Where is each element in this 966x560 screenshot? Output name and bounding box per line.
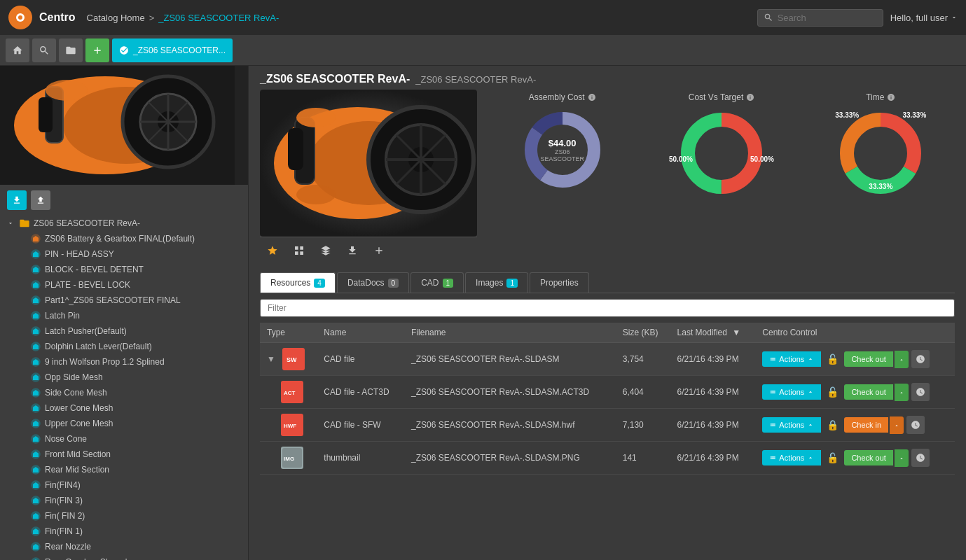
tree-item[interactable]: PLATE - BEVEL LOCK bbox=[6, 277, 242, 293]
download-icon bbox=[12, 195, 22, 205]
tab-bar: _ZS06 SEASCOOTER... bbox=[0, 35, 966, 66]
tree-toggle-18 bbox=[17, 511, 27, 521]
actions-up-icon-2 bbox=[807, 388, 814, 396]
file-badge-sw: SW bbox=[282, 348, 305, 370]
tree-toggle-root[interactable] bbox=[6, 218, 15, 228]
model-download-btn[interactable] bbox=[340, 240, 365, 261]
tab-properties[interactable]: Properties bbox=[530, 272, 589, 293]
tab-images[interactable]: Images 1 bbox=[465, 272, 528, 293]
time-info-icon[interactable] bbox=[887, 93, 895, 102]
tree-item[interactable]: BLOCK - BEVEL DETENT bbox=[6, 262, 242, 277]
search-box[interactable] bbox=[757, 9, 883, 27]
user-info: Hello, full user bbox=[890, 13, 958, 23]
tree-item[interactable]: Fin(FIN 1) bbox=[6, 524, 242, 539]
col-modified[interactable]: Last Modified ▼ bbox=[670, 323, 756, 343]
tab-datadocs[interactable]: DataDocs 0 bbox=[337, 272, 409, 293]
time-pct-top-right: 33.33% bbox=[902, 111, 926, 119]
search-tab-btn[interactable] bbox=[32, 38, 56, 62]
row1-clock-btn[interactable] bbox=[911, 350, 930, 368]
row3-clock-btn[interactable] bbox=[906, 416, 925, 434]
tree-toggle-14 bbox=[17, 449, 27, 459]
tree-item[interactable]: Upper Cone Mesh bbox=[6, 416, 242, 431]
row1-actions-btn[interactable]: Actions bbox=[762, 351, 821, 367]
row1-checkout-drop[interactable] bbox=[895, 351, 909, 368]
model-grid-btn[interactable] bbox=[287, 240, 312, 261]
tree-item[interactable]: Rear Gearbox Shroud bbox=[6, 554, 242, 560]
part-name: _ZS06 SEASCOOTER RevA- bbox=[260, 73, 410, 85]
app-logo[interactable] bbox=[8, 6, 32, 29]
tree-item[interactable]: Latch Pin bbox=[6, 308, 242, 323]
tab-resources[interactable]: Resources 4 bbox=[260, 272, 336, 293]
row4-filename: _ZS06 SEASCOOTER RevA-.SLDASM.PNG bbox=[404, 442, 616, 475]
tree-item[interactable]: PIN - HEAD ASSY bbox=[6, 246, 242, 262]
part-icon-5 bbox=[29, 309, 42, 322]
row4-actions-btn[interactable]: Actions bbox=[762, 450, 821, 465]
tree-item[interactable]: Fin( FIN 2) bbox=[6, 508, 242, 524]
tab-cad[interactable]: CAD 1 bbox=[410, 272, 464, 293]
tree-item[interactable]: Fin(FIN4) bbox=[6, 477, 242, 493]
model-3d-btn[interactable] bbox=[313, 240, 338, 261]
model-add-btn[interactable] bbox=[366, 240, 392, 261]
tree-item[interactable]: ZS06 Battery & Gearbox FINAL(Default) bbox=[6, 231, 242, 246]
tree-item[interactable]: Opp Side Mesh bbox=[6, 370, 242, 385]
row2-checkout-drop[interactable] bbox=[895, 384, 909, 401]
row2-clock-btn[interactable] bbox=[911, 383, 930, 401]
tree-item[interactable]: Front Mid Section bbox=[6, 447, 242, 462]
svg-rect-26 bbox=[288, 128, 303, 170]
row2-actions-btn[interactable]: Actions bbox=[762, 384, 821, 400]
col-name: Name bbox=[317, 323, 404, 343]
row1-checkout-btn[interactable]: Check out bbox=[844, 351, 893, 367]
tree-item[interactable]: Latch Pusher(Default) bbox=[6, 323, 242, 339]
right-panel: _ZS06 SEASCOOTER RevA- _ZS06 SEASCOOTER … bbox=[249, 66, 966, 560]
resources-badge: 4 bbox=[314, 279, 325, 288]
tree-item[interactable]: Rear Mid Section bbox=[6, 462, 242, 477]
add-tab-btn[interactable] bbox=[85, 38, 109, 62]
cost-vs-target-svg bbox=[676, 108, 767, 199]
tree-item-label-6: Latch Pusher(Default) bbox=[45, 326, 127, 336]
active-tab[interactable]: _ZS06 SEASCOOTER... bbox=[112, 38, 233, 62]
assembly-cost-info-icon[interactable] bbox=[588, 93, 596, 102]
root-folder-icon bbox=[18, 217, 31, 230]
row3-checkin-btn[interactable]: Check in bbox=[844, 417, 888, 433]
tree-item[interactable]: Lower Cone Mesh bbox=[6, 400, 242, 416]
row3-checkin-drop[interactable] bbox=[890, 416, 904, 434]
tree-item[interactable]: 9 inch Wolfson Prop 1.2 Splined bbox=[6, 354, 242, 370]
model-star-btn[interactable] bbox=[260, 240, 285, 261]
search-input[interactable] bbox=[778, 13, 876, 23]
user-dropdown-icon[interactable] bbox=[951, 14, 958, 21]
tree-item[interactable]: Part1^_ZS06 SEASCOOTER FINAL bbox=[6, 293, 242, 308]
tree-item[interactable]: Rear Nozzle bbox=[6, 539, 242, 554]
folder-tab-btn[interactable] bbox=[59, 38, 83, 62]
svg-point-14 bbox=[46, 80, 88, 101]
tree-toggle-20 bbox=[17, 542, 27, 552]
tree-item-label-11: Lower Cone Mesh bbox=[45, 403, 113, 413]
tree-container: ZS06 SEASCOOTER RevA- ZS06 Battery & Gea… bbox=[0, 216, 248, 560]
row1-type: ▼ SW bbox=[260, 343, 317, 376]
home-tab-btn[interactable] bbox=[6, 38, 29, 62]
file-badge-act: ACT bbox=[281, 381, 303, 403]
model-toolbar bbox=[260, 237, 477, 264]
tree-item[interactable]: Nose Cone bbox=[6, 431, 242, 447]
breadcrumb-home[interactable]: Catalog Home bbox=[87, 13, 145, 23]
part-icon-2 bbox=[29, 263, 42, 276]
row4-checkout-drop[interactable] bbox=[895, 449, 909, 467]
tree-item[interactable]: Dolphin Latch Lever(Default) bbox=[6, 339, 242, 354]
row2-size: 6,404 bbox=[616, 376, 670, 409]
row3-actions-btn[interactable]: Actions bbox=[762, 417, 821, 433]
breadcrumb-current: _ZS06 SEASCOOTER RevA- bbox=[158, 13, 279, 23]
table-row: IMG thumbnail _ZS06 SEASCOOTER RevA-.SLD… bbox=[260, 442, 955, 475]
row4-clock-btn[interactable] bbox=[911, 449, 930, 467]
cost-vs-target-info-icon[interactable] bbox=[746, 93, 754, 102]
tree-root[interactable]: ZS06 SEASCOOTER RevA- bbox=[6, 216, 242, 231]
tree-item-label-20: Rear Nozzle bbox=[45, 542, 91, 552]
tree-item[interactable]: Fin(FIN 3) bbox=[6, 493, 242, 508]
row4-checkout-btn[interactable]: Check out bbox=[844, 450, 893, 465]
tree-item[interactable]: Side Cone Mesh bbox=[6, 385, 242, 400]
tree-upload-btn[interactable] bbox=[31, 190, 50, 210]
expand-arrow-1[interactable]: ▼ bbox=[267, 354, 275, 364]
row2-checkout-btn[interactable]: Check out bbox=[844, 384, 893, 400]
filter-input[interactable] bbox=[260, 299, 955, 317]
tree-download-btn[interactable] bbox=[7, 190, 27, 210]
time-card: Time 33.3 bbox=[807, 92, 955, 199]
assembly-cost-sub: ZS06SEASCOOTER bbox=[540, 148, 584, 162]
